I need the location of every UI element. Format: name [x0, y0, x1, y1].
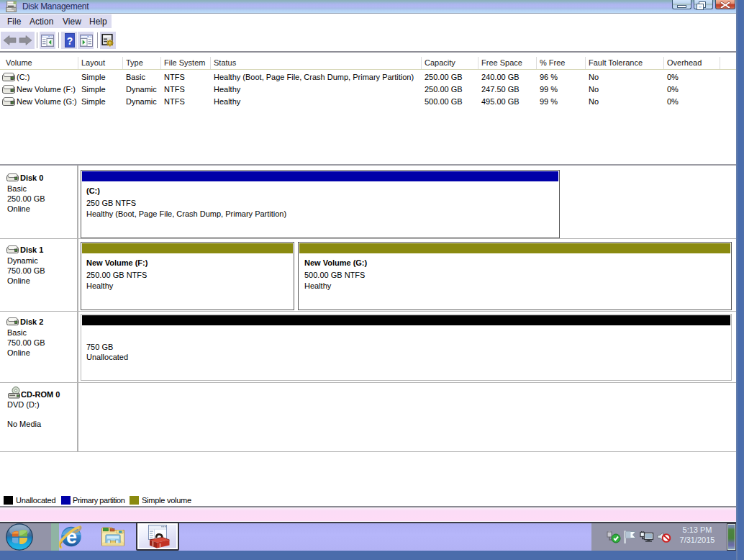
svg-text:?: ? — [67, 35, 73, 47]
